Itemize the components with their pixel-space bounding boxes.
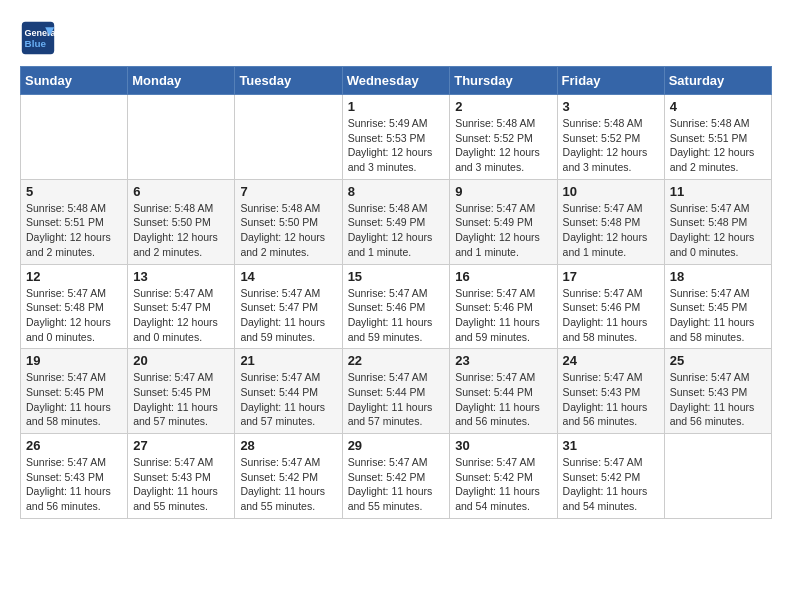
calendar-cell: 23Sunrise: 5:47 AM Sunset: 5:44 PM Dayli… [450, 349, 557, 434]
calendar-cell: 21Sunrise: 5:47 AM Sunset: 5:44 PM Dayli… [235, 349, 342, 434]
day-info: Sunrise: 5:47 AM Sunset: 5:42 PM Dayligh… [563, 455, 659, 514]
day-info: Sunrise: 5:47 AM Sunset: 5:43 PM Dayligh… [133, 455, 229, 514]
calendar-cell: 7Sunrise: 5:48 AM Sunset: 5:50 PM Daylig… [235, 179, 342, 264]
day-info: Sunrise: 5:47 AM Sunset: 5:43 PM Dayligh… [670, 370, 766, 429]
day-info: Sunrise: 5:48 AM Sunset: 5:51 PM Dayligh… [26, 201, 122, 260]
calendar-cell: 8Sunrise: 5:48 AM Sunset: 5:49 PM Daylig… [342, 179, 450, 264]
day-info: Sunrise: 5:48 AM Sunset: 5:52 PM Dayligh… [563, 116, 659, 175]
calendar: SundayMondayTuesdayWednesdayThursdayFrid… [20, 66, 772, 519]
calendar-cell: 13Sunrise: 5:47 AM Sunset: 5:47 PM Dayli… [128, 264, 235, 349]
weekday-header-saturday: Saturday [664, 67, 771, 95]
calendar-cell: 26Sunrise: 5:47 AM Sunset: 5:43 PM Dayli… [21, 434, 128, 519]
week-row-3: 12Sunrise: 5:47 AM Sunset: 5:48 PM Dayli… [21, 264, 772, 349]
day-number: 3 [563, 99, 659, 114]
day-number: 15 [348, 269, 445, 284]
day-number: 13 [133, 269, 229, 284]
calendar-cell: 17Sunrise: 5:47 AM Sunset: 5:46 PM Dayli… [557, 264, 664, 349]
weekday-header-sunday: Sunday [21, 67, 128, 95]
day-number: 5 [26, 184, 122, 199]
day-number: 17 [563, 269, 659, 284]
calendar-cell [128, 95, 235, 180]
day-info: Sunrise: 5:48 AM Sunset: 5:52 PM Dayligh… [455, 116, 551, 175]
weekday-header-friday: Friday [557, 67, 664, 95]
day-info: Sunrise: 5:47 AM Sunset: 5:43 PM Dayligh… [26, 455, 122, 514]
day-info: Sunrise: 5:47 AM Sunset: 5:48 PM Dayligh… [670, 201, 766, 260]
day-number: 29 [348, 438, 445, 453]
day-number: 28 [240, 438, 336, 453]
day-info: Sunrise: 5:47 AM Sunset: 5:42 PM Dayligh… [455, 455, 551, 514]
day-info: Sunrise: 5:47 AM Sunset: 5:45 PM Dayligh… [133, 370, 229, 429]
day-number: 23 [455, 353, 551, 368]
calendar-cell: 11Sunrise: 5:47 AM Sunset: 5:48 PM Dayli… [664, 179, 771, 264]
day-number: 7 [240, 184, 336, 199]
calendar-cell: 20Sunrise: 5:47 AM Sunset: 5:45 PM Dayli… [128, 349, 235, 434]
day-number: 4 [670, 99, 766, 114]
day-number: 6 [133, 184, 229, 199]
calendar-cell: 28Sunrise: 5:47 AM Sunset: 5:42 PM Dayli… [235, 434, 342, 519]
day-info: Sunrise: 5:47 AM Sunset: 5:48 PM Dayligh… [26, 286, 122, 345]
day-info: Sunrise: 5:47 AM Sunset: 5:46 PM Dayligh… [455, 286, 551, 345]
day-number: 25 [670, 353, 766, 368]
calendar-cell: 22Sunrise: 5:47 AM Sunset: 5:44 PM Dayli… [342, 349, 450, 434]
calendar-cell: 29Sunrise: 5:47 AM Sunset: 5:42 PM Dayli… [342, 434, 450, 519]
day-info: Sunrise: 5:49 AM Sunset: 5:53 PM Dayligh… [348, 116, 445, 175]
day-number: 30 [455, 438, 551, 453]
calendar-cell [21, 95, 128, 180]
calendar-cell [235, 95, 342, 180]
calendar-cell: 10Sunrise: 5:47 AM Sunset: 5:48 PM Dayli… [557, 179, 664, 264]
logo-icon: General Blue [20, 20, 56, 56]
calendar-cell: 5Sunrise: 5:48 AM Sunset: 5:51 PM Daylig… [21, 179, 128, 264]
day-info: Sunrise: 5:47 AM Sunset: 5:44 PM Dayligh… [348, 370, 445, 429]
calendar-cell: 12Sunrise: 5:47 AM Sunset: 5:48 PM Dayli… [21, 264, 128, 349]
day-info: Sunrise: 5:47 AM Sunset: 5:47 PM Dayligh… [240, 286, 336, 345]
page-header: General Blue [20, 20, 772, 56]
calendar-cell: 18Sunrise: 5:47 AM Sunset: 5:45 PM Dayli… [664, 264, 771, 349]
day-info: Sunrise: 5:47 AM Sunset: 5:45 PM Dayligh… [670, 286, 766, 345]
calendar-cell [664, 434, 771, 519]
weekday-header-tuesday: Tuesday [235, 67, 342, 95]
day-info: Sunrise: 5:48 AM Sunset: 5:49 PM Dayligh… [348, 201, 445, 260]
day-number: 9 [455, 184, 551, 199]
day-number: 11 [670, 184, 766, 199]
calendar-cell: 19Sunrise: 5:47 AM Sunset: 5:45 PM Dayli… [21, 349, 128, 434]
day-info: Sunrise: 5:47 AM Sunset: 5:43 PM Dayligh… [563, 370, 659, 429]
calendar-cell: 4Sunrise: 5:48 AM Sunset: 5:51 PM Daylig… [664, 95, 771, 180]
day-info: Sunrise: 5:47 AM Sunset: 5:42 PM Dayligh… [240, 455, 336, 514]
day-number: 12 [26, 269, 122, 284]
svg-text:Blue: Blue [25, 38, 47, 49]
week-row-1: 1Sunrise: 5:49 AM Sunset: 5:53 PM Daylig… [21, 95, 772, 180]
day-info: Sunrise: 5:48 AM Sunset: 5:51 PM Dayligh… [670, 116, 766, 175]
calendar-cell: 1Sunrise: 5:49 AM Sunset: 5:53 PM Daylig… [342, 95, 450, 180]
day-info: Sunrise: 5:47 AM Sunset: 5:44 PM Dayligh… [455, 370, 551, 429]
day-number: 22 [348, 353, 445, 368]
day-info: Sunrise: 5:47 AM Sunset: 5:47 PM Dayligh… [133, 286, 229, 345]
week-row-4: 19Sunrise: 5:47 AM Sunset: 5:45 PM Dayli… [21, 349, 772, 434]
calendar-cell: 14Sunrise: 5:47 AM Sunset: 5:47 PM Dayli… [235, 264, 342, 349]
calendar-cell: 2Sunrise: 5:48 AM Sunset: 5:52 PM Daylig… [450, 95, 557, 180]
day-number: 18 [670, 269, 766, 284]
day-info: Sunrise: 5:48 AM Sunset: 5:50 PM Dayligh… [240, 201, 336, 260]
weekday-header-row: SundayMondayTuesdayWednesdayThursdayFrid… [21, 67, 772, 95]
logo: General Blue [20, 20, 62, 56]
calendar-cell: 30Sunrise: 5:47 AM Sunset: 5:42 PM Dayli… [450, 434, 557, 519]
day-number: 24 [563, 353, 659, 368]
calendar-cell: 3Sunrise: 5:48 AM Sunset: 5:52 PM Daylig… [557, 95, 664, 180]
calendar-cell: 15Sunrise: 5:47 AM Sunset: 5:46 PM Dayli… [342, 264, 450, 349]
day-number: 2 [455, 99, 551, 114]
day-number: 31 [563, 438, 659, 453]
day-info: Sunrise: 5:47 AM Sunset: 5:44 PM Dayligh… [240, 370, 336, 429]
calendar-cell: 31Sunrise: 5:47 AM Sunset: 5:42 PM Dayli… [557, 434, 664, 519]
weekday-header-thursday: Thursday [450, 67, 557, 95]
calendar-cell: 9Sunrise: 5:47 AM Sunset: 5:49 PM Daylig… [450, 179, 557, 264]
day-info: Sunrise: 5:47 AM Sunset: 5:45 PM Dayligh… [26, 370, 122, 429]
weekday-header-wednesday: Wednesday [342, 67, 450, 95]
calendar-cell: 27Sunrise: 5:47 AM Sunset: 5:43 PM Dayli… [128, 434, 235, 519]
calendar-cell: 24Sunrise: 5:47 AM Sunset: 5:43 PM Dayli… [557, 349, 664, 434]
day-info: Sunrise: 5:47 AM Sunset: 5:46 PM Dayligh… [348, 286, 445, 345]
day-number: 26 [26, 438, 122, 453]
day-info: Sunrise: 5:47 AM Sunset: 5:42 PM Dayligh… [348, 455, 445, 514]
day-number: 21 [240, 353, 336, 368]
week-row-2: 5Sunrise: 5:48 AM Sunset: 5:51 PM Daylig… [21, 179, 772, 264]
day-number: 8 [348, 184, 445, 199]
day-number: 19 [26, 353, 122, 368]
